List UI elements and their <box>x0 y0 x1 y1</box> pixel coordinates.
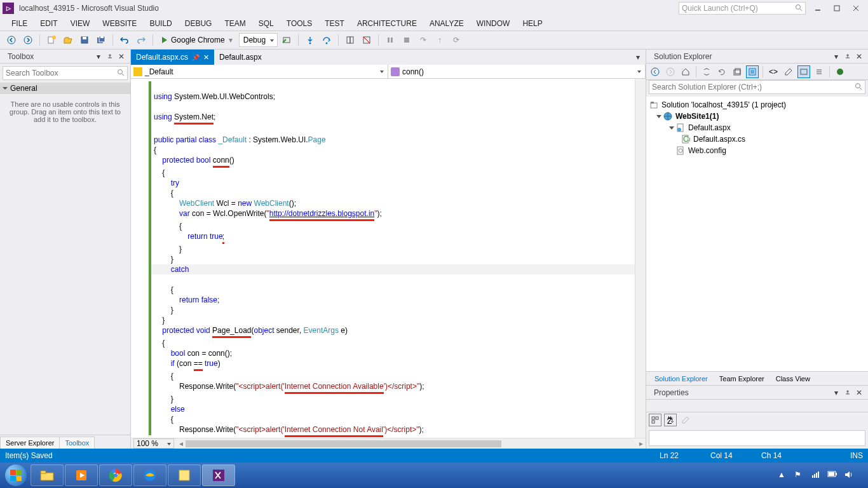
menu-help[interactable]: HELP <box>516 18 548 29</box>
panel-menu-button[interactable]: ▾ <box>93 51 104 62</box>
tab-solution-explorer[interactable]: Solution Explorer <box>649 372 714 385</box>
stop-button[interactable] <box>399 32 414 48</box>
save-button[interactable] <box>77 32 92 48</box>
menu-build[interactable]: BUILD <box>143 18 178 29</box>
step-into-button[interactable] <box>302 32 318 48</box>
open-button[interactable] <box>60 32 76 48</box>
tray-battery-icon[interactable] <box>827 470 837 480</box>
tray-up-icon[interactable]: ▲ <box>778 470 788 480</box>
taskbar-ie[interactable] <box>133 464 166 486</box>
property-pages-button[interactable] <box>679 414 692 426</box>
zoom-dropdown[interactable]: 100 % <box>133 438 174 449</box>
menu-window[interactable]: WINDOW <box>470 18 517 29</box>
taskbar-file-explorer[interactable] <box>31 464 64 486</box>
tree-solution-root[interactable]: Solution 'localhost_43915' (1 project) <box>646 99 868 111</box>
uncomment-button[interactable] <box>359 32 374 48</box>
menu-architecture[interactable]: ARCHITECTURE <box>351 18 423 29</box>
close-icon[interactable]: ✕ <box>116 51 126 62</box>
panel-menu-button[interactable]: ▾ <box>831 388 841 398</box>
vertical-scrollbar[interactable] <box>635 79 646 438</box>
save-all-button[interactable] <box>93 32 109 48</box>
solution-search-input[interactable] <box>652 83 855 92</box>
scroll-left-button[interactable]: ◂ <box>177 439 186 448</box>
pin-icon[interactable] <box>843 388 853 398</box>
redo-button[interactable] <box>133 32 149 48</box>
nest-button[interactable] <box>813 65 825 78</box>
editor-tab[interactable]: Default.aspx <box>214 50 267 65</box>
tree-item[interactable]: Default.aspx <box>646 122 868 133</box>
solution-search[interactable] <box>649 80 865 94</box>
config-dropdown[interactable]: Debug <box>239 33 278 47</box>
collapse-all-button[interactable] <box>731 65 743 78</box>
menu-view[interactable]: VIEW <box>64 18 97 29</box>
expand-icon[interactable] <box>655 115 663 118</box>
refresh-button[interactable] <box>715 65 728 78</box>
horizontal-scrollbar[interactable] <box>186 439 637 449</box>
tab-team-explorer[interactable]: Team Explorer <box>714 372 770 385</box>
forward-button[interactable] <box>664 65 677 78</box>
properties-button[interactable] <box>782 65 795 78</box>
code-editor[interactable]: using System.Web.UI.WebControls; using S… <box>131 79 646 438</box>
toolbox-search-input[interactable] <box>6 69 117 78</box>
tab-toolbox[interactable]: Toolbox <box>59 437 95 449</box>
panel-menu-button[interactable]: ▾ <box>831 51 841 62</box>
pin-icon[interactable]: 📌 <box>192 54 200 61</box>
menu-tools[interactable]: TOOLS <box>280 18 318 29</box>
solution-tree[interactable]: Solution 'localhost_43915' (1 project) W… <box>646 97 868 371</box>
close-icon[interactable]: ✕ <box>854 388 864 398</box>
start-button[interactable] <box>3 464 29 486</box>
back-button[interactable] <box>4 32 19 48</box>
menu-file[interactable]: FILE <box>5 18 34 29</box>
categorized-button[interactable] <box>649 414 661 426</box>
close-icon[interactable]: ✕ <box>854 51 864 62</box>
minimize-button[interactable] <box>808 1 827 15</box>
back-button[interactable] <box>649 65 661 78</box>
menu-edit[interactable]: EDIT <box>34 18 64 29</box>
properties-object-dropdown[interactable] <box>646 400 868 412</box>
step-next-button[interactable]: ↷ <box>416 32 431 48</box>
forward-button[interactable] <box>20 32 36 48</box>
close-button[interactable] <box>846 1 865 15</box>
maximize-button[interactable] <box>827 1 846 15</box>
comment-button[interactable] <box>342 32 358 48</box>
menu-debug[interactable]: DEBUG <box>179 18 219 29</box>
tab-overflow-button[interactable]: ▾ <box>630 50 646 65</box>
start-debug-button[interactable]: Google Chrome ▾ <box>157 32 238 48</box>
toolbox-search[interactable] <box>3 66 128 80</box>
pin-icon[interactable] <box>843 51 853 62</box>
pause-button[interactable] <box>383 32 398 48</box>
tree-project[interactable]: WebSite1(1) <box>646 111 868 122</box>
taskbar-notes[interactable] <box>168 464 201 486</box>
tree-item[interactable]: Web.config <box>646 145 868 156</box>
new-item-button[interactable] <box>44 32 59 48</box>
properties-grid[interactable] <box>649 430 865 446</box>
code-content[interactable]: using System.Web.UI.WebControls; using S… <box>149 79 635 438</box>
alphabetical-button[interactable]: AZ <box>664 414 677 426</box>
close-icon[interactable]: ✕ <box>203 53 209 62</box>
expand-icon[interactable] <box>668 126 675 130</box>
tree-item[interactable]: C# Default.aspx.cs <box>646 133 868 145</box>
tray-network-icon[interactable] <box>811 470 821 480</box>
browse-with-button[interactable] <box>279 32 294 48</box>
quick-launch-input[interactable]: Quick Launch (Ctrl+Q) <box>679 2 806 15</box>
pin-icon[interactable] <box>105 51 115 62</box>
taskbar-media-player[interactable] <box>65 464 98 486</box>
class-dropdown[interactable]: _Default <box>131 65 388 78</box>
undo-button[interactable] <box>117 32 132 48</box>
menu-analyze[interactable]: ANALYZE <box>423 18 470 29</box>
preview-button[interactable] <box>797 65 810 78</box>
editor-tab-active[interactable]: Default.aspx.cs 📌 ✕ <box>131 50 214 65</box>
member-dropdown[interactable]: conn() <box>388 65 646 78</box>
copy-website-button[interactable] <box>834 65 846 78</box>
view-code-button[interactable]: <> <box>767 65 780 78</box>
sync-button[interactable] <box>700 65 713 78</box>
tab-class-view[interactable]: Class View <box>770 372 816 385</box>
step-over-button[interactable] <box>319 32 334 48</box>
step-out-button[interactable]: ↑ <box>432 32 447 48</box>
show-all-files-button[interactable] <box>746 65 759 78</box>
menu-sql[interactable]: SQL <box>252 18 280 29</box>
restart-button[interactable]: ⟳ <box>449 32 464 48</box>
tray-flag-icon[interactable]: ⚑ <box>794 470 804 480</box>
menu-website[interactable]: WEBSITE <box>96 18 143 29</box>
taskbar-visual-studio[interactable] <box>202 464 235 486</box>
